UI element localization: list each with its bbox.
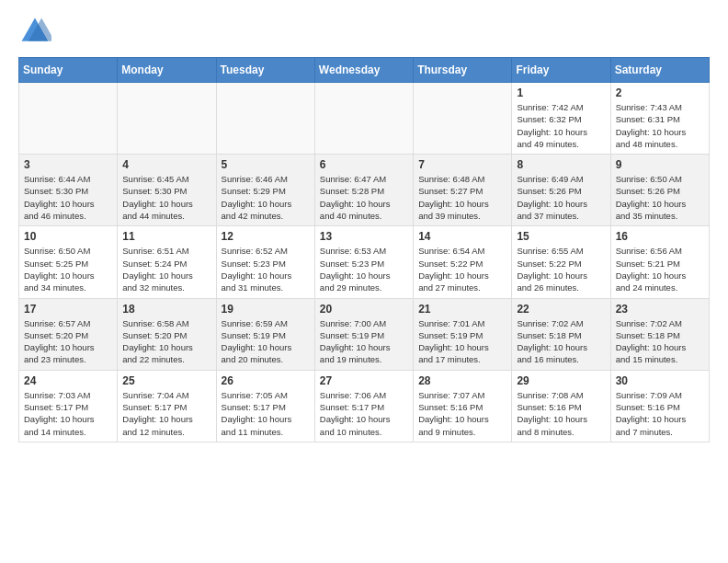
calendar-cell: 9Sunrise: 6:50 AM Sunset: 5:26 PM Daylig…	[610, 155, 709, 226]
day-number: 29	[517, 374, 605, 387]
calendar-week-row: 24Sunrise: 7:03 AM Sunset: 5:17 PM Dayli…	[19, 370, 710, 442]
day-info: Sunrise: 6:44 AM Sunset: 5:30 PM Dayligh…	[24, 173, 112, 222]
day-number: 8	[517, 158, 605, 171]
day-number: 20	[320, 303, 408, 316]
calendar-week-row: 1Sunrise: 7:42 AM Sunset: 6:32 PM Daylig…	[19, 83, 710, 155]
day-number: 14	[418, 230, 506, 243]
day-info: Sunrise: 6:57 AM Sunset: 5:20 PM Dayligh…	[24, 317, 112, 366]
calendar-cell: 26Sunrise: 7:05 AM Sunset: 5:17 PM Dayli…	[216, 370, 314, 442]
calendar-cell: 30Sunrise: 7:09 AM Sunset: 5:16 PM Dayli…	[610, 370, 709, 442]
calendar-header-monday: Monday	[118, 58, 216, 83]
day-number: 24	[24, 374, 112, 387]
day-info: Sunrise: 6:58 AM Sunset: 5:20 PM Dayligh…	[122, 317, 210, 366]
calendar-header-saturday: Saturday	[610, 58, 709, 83]
calendar-week-row: 3Sunrise: 6:44 AM Sunset: 5:30 PM Daylig…	[19, 155, 710, 226]
calendar-cell: 10Sunrise: 6:50 AM Sunset: 5:25 PM Dayli…	[19, 226, 118, 298]
day-info: Sunrise: 7:00 AM Sunset: 5:19 PM Dayligh…	[320, 317, 408, 366]
calendar-cell: 25Sunrise: 7:04 AM Sunset: 5:17 PM Dayli…	[118, 370, 216, 442]
day-number: 25	[122, 374, 210, 387]
day-info: Sunrise: 7:03 AM Sunset: 5:17 PM Dayligh…	[24, 389, 112, 438]
calendar-cell: 13Sunrise: 6:53 AM Sunset: 5:23 PM Dayli…	[314, 226, 413, 298]
calendar-cell: 22Sunrise: 7:02 AM Sunset: 5:18 PM Dayli…	[512, 298, 610, 370]
day-number: 12	[222, 230, 310, 243]
day-number: 19	[222, 303, 310, 316]
day-number: 15	[517, 230, 605, 243]
header	[18, 15, 710, 48]
day-number: 21	[418, 303, 506, 316]
day-info: Sunrise: 6:51 AM Sunset: 5:24 PM Dayligh…	[122, 245, 210, 293]
day-number: 23	[616, 303, 704, 316]
calendar-cell: 7Sunrise: 6:48 AM Sunset: 5:27 PM Daylig…	[414, 155, 512, 226]
day-number: 30	[616, 374, 704, 387]
calendar-cell: 4Sunrise: 6:45 AM Sunset: 5:30 PM Daylig…	[118, 155, 216, 226]
day-number: 5	[222, 158, 310, 171]
calendar-cell: 19Sunrise: 6:59 AM Sunset: 5:19 PM Dayli…	[216, 298, 314, 370]
day-info: Sunrise: 6:50 AM Sunset: 5:25 PM Dayligh…	[24, 245, 112, 293]
calendar-header-row: SundayMondayTuesdayWednesdayThursdayFrid…	[19, 58, 710, 83]
day-info: Sunrise: 6:46 AM Sunset: 5:29 PM Dayligh…	[222, 173, 310, 222]
calendar-cell: 11Sunrise: 6:51 AM Sunset: 5:24 PM Dayli…	[118, 226, 216, 298]
calendar-header-friday: Friday	[512, 58, 610, 83]
day-number: 3	[24, 158, 112, 171]
day-number: 1	[517, 86, 605, 99]
day-info: Sunrise: 7:05 AM Sunset: 5:17 PM Dayligh…	[222, 389, 310, 438]
day-info: Sunrise: 6:54 AM Sunset: 5:22 PM Dayligh…	[418, 245, 506, 293]
day-info: Sunrise: 7:07 AM Sunset: 5:16 PM Dayligh…	[418, 389, 506, 438]
calendar-cell: 20Sunrise: 7:00 AM Sunset: 5:19 PM Dayli…	[314, 298, 413, 370]
calendar-header-tuesday: Tuesday	[216, 58, 314, 83]
calendar-cell: 23Sunrise: 7:02 AM Sunset: 5:18 PM Dayli…	[610, 298, 709, 370]
day-info: Sunrise: 6:59 AM Sunset: 5:19 PM Dayligh…	[222, 317, 310, 366]
day-number: 13	[320, 230, 408, 243]
calendar-cell: 8Sunrise: 6:49 AM Sunset: 5:26 PM Daylig…	[512, 155, 610, 226]
calendar-cell: 24Sunrise: 7:03 AM Sunset: 5:17 PM Dayli…	[19, 370, 118, 442]
calendar-cell: 14Sunrise: 6:54 AM Sunset: 5:22 PM Dayli…	[414, 226, 512, 298]
calendar-week-row: 17Sunrise: 6:57 AM Sunset: 5:20 PM Dayli…	[19, 298, 710, 370]
calendar-cell: 15Sunrise: 6:55 AM Sunset: 5:22 PM Dayli…	[512, 226, 610, 298]
day-number: 26	[222, 374, 310, 387]
day-number: 10	[24, 230, 112, 243]
day-info: Sunrise: 7:06 AM Sunset: 5:17 PM Dayligh…	[320, 389, 408, 438]
calendar-cell: 1Sunrise: 7:42 AM Sunset: 6:32 PM Daylig…	[512, 83, 610, 155]
calendar-header-sunday: Sunday	[19, 58, 118, 83]
calendar-cell: 12Sunrise: 6:52 AM Sunset: 5:23 PM Dayli…	[216, 226, 314, 298]
page: SundayMondayTuesdayWednesdayThursdayFrid…	[0, 0, 728, 461]
day-info: Sunrise: 6:56 AM Sunset: 5:21 PM Dayligh…	[616, 245, 704, 293]
day-info: Sunrise: 7:02 AM Sunset: 5:18 PM Dayligh…	[616, 317, 704, 366]
day-number: 4	[122, 158, 210, 171]
day-number: 9	[616, 158, 704, 171]
day-info: Sunrise: 6:45 AM Sunset: 5:30 PM Dayligh…	[122, 173, 210, 222]
calendar-cell: 18Sunrise: 6:58 AM Sunset: 5:20 PM Dayli…	[118, 298, 216, 370]
day-number: 11	[122, 230, 210, 243]
day-number: 16	[616, 230, 704, 243]
day-info: Sunrise: 7:09 AM Sunset: 5:16 PM Dayligh…	[616, 389, 704, 438]
calendar-cell	[414, 83, 512, 155]
day-info: Sunrise: 7:04 AM Sunset: 5:17 PM Dayligh…	[122, 389, 210, 438]
day-info: Sunrise: 7:42 AM Sunset: 6:32 PM Dayligh…	[517, 101, 605, 150]
calendar-cell: 21Sunrise: 7:01 AM Sunset: 5:19 PM Dayli…	[414, 298, 512, 370]
calendar-cell: 6Sunrise: 6:47 AM Sunset: 5:28 PM Daylig…	[314, 155, 413, 226]
day-info: Sunrise: 6:48 AM Sunset: 5:27 PM Dayligh…	[418, 173, 506, 222]
logo	[18, 15, 55, 48]
calendar-cell: 28Sunrise: 7:07 AM Sunset: 5:16 PM Dayli…	[414, 370, 512, 442]
day-number: 22	[517, 303, 605, 316]
day-info: Sunrise: 6:47 AM Sunset: 5:28 PM Dayligh…	[320, 173, 408, 222]
day-info: Sunrise: 7:08 AM Sunset: 5:16 PM Dayligh…	[517, 389, 605, 438]
calendar-cell	[314, 83, 413, 155]
calendar-cell: 2Sunrise: 7:43 AM Sunset: 6:31 PM Daylig…	[610, 83, 709, 155]
calendar-cell: 17Sunrise: 6:57 AM Sunset: 5:20 PM Dayli…	[19, 298, 118, 370]
day-number: 18	[122, 303, 210, 316]
day-number: 17	[24, 303, 112, 316]
calendar-cell	[118, 83, 216, 155]
day-info: Sunrise: 6:52 AM Sunset: 5:23 PM Dayligh…	[222, 245, 310, 293]
day-info: Sunrise: 7:01 AM Sunset: 5:19 PM Dayligh…	[418, 317, 506, 366]
calendar-header-wednesday: Wednesday	[314, 58, 413, 83]
day-info: Sunrise: 6:49 AM Sunset: 5:26 PM Dayligh…	[517, 173, 605, 222]
day-number: 27	[320, 374, 408, 387]
calendar-header-thursday: Thursday	[414, 58, 512, 83]
calendar-cell: 3Sunrise: 6:44 AM Sunset: 5:30 PM Daylig…	[19, 155, 118, 226]
day-number: 28	[418, 374, 506, 387]
day-info: Sunrise: 6:53 AM Sunset: 5:23 PM Dayligh…	[320, 245, 408, 293]
day-info: Sunrise: 7:02 AM Sunset: 5:18 PM Dayligh…	[517, 317, 605, 366]
day-info: Sunrise: 6:50 AM Sunset: 5:26 PM Dayligh…	[616, 173, 704, 222]
calendar-cell: 16Sunrise: 6:56 AM Sunset: 5:21 PM Dayli…	[610, 226, 709, 298]
